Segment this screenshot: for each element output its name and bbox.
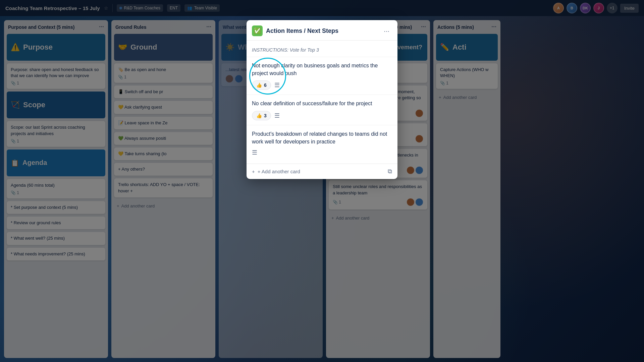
card-menu-icon-3[interactable]: ☰ <box>252 149 257 156</box>
modal-card-1-actions: 👍 6 ☰ <box>252 80 392 90</box>
add-card-modal-label: + Add another card <box>258 169 300 174</box>
modal-card-3-text: Product's breakdown of related changes t… <box>252 130 392 145</box>
thumbs-up-icon-2: 👍 <box>256 113 262 118</box>
action-items-modal: ✅ Action Items / Next Steps ··· INSTRUCT… <box>247 20 397 179</box>
modal-instructions: INSTRUCTIONS: Vote for Top 3 <box>247 43 397 57</box>
vote-count-2: 3 <box>264 113 267 118</box>
modal-card-2-actions: 👍 3 ☰ <box>252 111 392 120</box>
modal-card-1-text: Not enough clarity on business goals and… <box>252 62 392 77</box>
modal-card-3[interactable]: Product's breakdown of related changes t… <box>247 125 397 161</box>
copy-icon[interactable]: ⧉ <box>388 168 392 175</box>
plus-icon-modal: + <box>252 169 255 174</box>
modal-footer: + + Add another card ⧉ <box>247 164 397 179</box>
modal-card-2-text: No clear definition of success/failure f… <box>252 100 392 107</box>
checkmark-icon: ✅ <box>254 27 261 35</box>
vote-button-2[interactable]: 👍 3 <box>252 111 271 120</box>
vote-button-1[interactable]: 👍 6 <box>252 80 271 90</box>
modal-card-3-actions: ☰ <box>252 149 392 156</box>
modal-card-2[interactable]: No clear definition of success/failure f… <box>247 95 397 125</box>
card-menu-icon-2[interactable]: ☰ <box>274 112 280 119</box>
modal-header: ✅ Action Items / Next Steps ··· <box>247 20 397 41</box>
modal-icon: ✅ <box>252 25 263 36</box>
modal-body: INSTRUCTIONS: Vote for Top 3 Not enough … <box>247 41 397 164</box>
add-another-card-button[interactable]: + + Add another card <box>252 169 300 174</box>
modal-menu-button[interactable]: ··· <box>381 26 392 36</box>
vote-count-1: 6 <box>264 82 267 88</box>
modal-card-1[interactable]: Not enough clarity on business goals and… <box>247 57 397 95</box>
card-menu-icon-1[interactable]: ☰ <box>274 81 280 89</box>
modal-title: Action Items / Next Steps <box>266 27 378 35</box>
thumbs-up-icon: 👍 <box>256 82 262 88</box>
